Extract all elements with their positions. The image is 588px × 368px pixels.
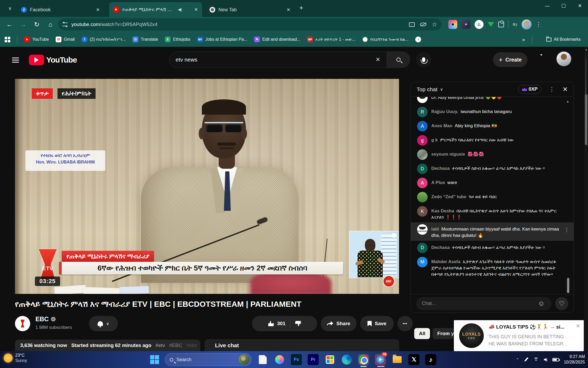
user-avatar[interactable] (556, 52, 571, 66)
reload-button[interactable]: ↻ (31, 19, 43, 30)
pen-disabled-icon[interactable] (524, 357, 529, 362)
emoji-icon[interactable]: ☺ (538, 299, 545, 308)
avatar[interactable]: A (417, 178, 428, 188)
hamburger-menu-icon[interactable] (12, 58, 19, 63)
tab-search-icon[interactable]: ∨ (5, 4, 15, 13)
avatar[interactable] (417, 192, 428, 202)
camera-extension-icon[interactable] (448, 20, 457, 29)
extensions-puzzle-icon[interactable] (498, 22, 504, 27)
tab-new-tab[interactable]: New Tab ✕ (205, 3, 295, 17)
microsoft-store-icon[interactable] (324, 354, 335, 365)
close-window-button[interactable]: ✕ (572, 0, 588, 12)
tab-facebook[interactable]: f Facebook ✕ (17, 3, 104, 17)
voice-search-button[interactable] (416, 52, 431, 67)
avatar[interactable]: g (417, 135, 428, 146)
youtube-logo[interactable]: YouTube (29, 55, 77, 65)
bookmark-facebook-notifications[interactable]: f(2) የቤ/ጉ/ክ/መ/የሥነ... (82, 37, 126, 42)
description-card[interactable]: 3,636 watching now Started streaming 62 … (15, 340, 200, 351)
ad-cta[interactable]: → si... (550, 324, 565, 330)
chat-scroll-down-icon[interactable]: ▼ (566, 289, 569, 293)
chat-scroll-up-icon[interactable]: ▲ (566, 99, 569, 103)
avatar[interactable]: K (417, 206, 428, 217)
back-button[interactable]: ← (4, 19, 15, 30)
avatar[interactable] (417, 97, 428, 103)
avatar[interactable]: SHAGGAR (417, 224, 428, 235)
close-tab-icon[interactable]: ✕ (194, 7, 198, 12)
bookmark-ethiojobs[interactable]: EEthiojobs (165, 37, 190, 42)
maximize-button[interactable] (555, 0, 572, 12)
profile-avatar[interactable] (522, 19, 532, 29)
dislike-icon[interactable] (295, 321, 301, 326)
hashtag[interactable]: #ebc (186, 343, 197, 348)
copilot-icon[interactable] (274, 354, 285, 365)
search-box[interactable]: etv news ✕ (169, 52, 387, 68)
bookmark-benishangul[interactable]: የቤኒሻንጉል ጉሙዝ ክል... (362, 37, 409, 42)
notification-bell-button[interactable]: ∨ (89, 316, 118, 331)
badge-78-app-icon[interactable]: 78 (375, 354, 386, 365)
clock[interactable]: 9:27 AM 10/28/2025 (564, 354, 585, 365)
edge-icon[interactable] (341, 354, 352, 365)
bookmark-star-icon[interactable]: ☆ (432, 21, 437, 28)
photoshop-icon[interactable]: Ps (291, 354, 302, 365)
address-bar[interactable]: youtube.com/watch?v=DR5APqW52x4 ☆ (58, 18, 442, 30)
x-app-icon[interactable]: 𝕏 (408, 354, 419, 365)
search-button[interactable] (387, 52, 410, 68)
bookmark-youtube[interactable]: YouTube (24, 37, 49, 42)
like-icon[interactable] (268, 321, 274, 326)
premiere-icon[interactable]: Pr (308, 354, 319, 365)
chat-close-icon[interactable]: ✕ (563, 86, 568, 93)
channel-avatar[interactable] (15, 316, 30, 331)
weather-widget[interactable]: 23°C Sunny (4, 353, 27, 363)
tune-icon[interactable] (62, 23, 68, 26)
all-bookmarks-button[interactable]: All Bookmarks (546, 37, 581, 42)
more-actions-button[interactable]: ••• (397, 316, 413, 331)
taskbar-search[interactable]: Search (165, 353, 251, 366)
save-button[interactable]: Save (360, 316, 394, 331)
dragonfly-extension-icon[interactable]: ✦ (461, 20, 470, 29)
bookmark-translate[interactable]: GTranslate (133, 37, 158, 42)
chat-input[interactable] (416, 297, 552, 310)
close-tab-icon[interactable]: ✕ (287, 7, 290, 13)
install-icon[interactable] (409, 22, 415, 27)
chat-mode-dropdown[interactable]: Top chat (417, 86, 437, 93)
start-button[interactable] (150, 355, 159, 364)
minimize-button[interactable]: — (539, 0, 555, 12)
hashtag[interactable]: #EBC (169, 343, 182, 348)
forward-button[interactable]: → (17, 19, 29, 30)
bookmarks-overflow-icon[interactable]: » (522, 37, 525, 43)
globe-icon[interactable]: ◔ (415, 37, 421, 42)
avatar[interactable]: D (417, 163, 428, 174)
download-arrow-extension-icon[interactable] (488, 22, 494, 27)
video-player[interactable]: የተከበሩ ወ/ሮ ሉባባ ኢብራሂም Hon. Wiro. LUBABA IB… (15, 79, 399, 294)
avatar[interactable]: M (417, 257, 428, 267)
bookmark-orit-zefetret[interactable]: WPኦሪት ዘፍጥረት 1 - መጽ... (307, 37, 355, 42)
bookmark-gmail[interactable]: MGmail (56, 37, 75, 42)
chrome-icon[interactable] (358, 354, 369, 365)
xp-badge[interactable]: 0XP (518, 85, 542, 94)
tray-expand-icon[interactable]: ⌃ (516, 357, 519, 362)
privacy-eye-icon[interactable] (420, 23, 426, 26)
folder-icon[interactable] (392, 354, 403, 365)
popup-ad[interactable]: LOYALSTIPS 📣 LOYALS TIPS ⚽🤾🏃 → si... THI… (454, 320, 584, 351)
filter-chip-all[interactable]: All (414, 328, 430, 339)
chat-menu-icon[interactable]: ⋮ (549, 86, 555, 93)
volume-icon[interactable]: ) (544, 358, 548, 362)
tab-youtube-active[interactable]: የጠቅላይ ሚኒስትሩ ምላሽ እና ማ ◀) ✕ (109, 2, 202, 17)
page-scrollbar-thumb[interactable] (585, 53, 587, 145)
chat-message-list[interactable]: Dr. Abiy keenya cinaa jirra! 💚💛❤️ RRajju… (411, 97, 574, 295)
scroll-up-arrow[interactable]: ▲ (585, 48, 588, 51)
clear-search-icon[interactable]: ✕ (376, 56, 380, 63)
avatar[interactable] (417, 149, 428, 160)
close-tab-icon[interactable]: ✕ (96, 7, 100, 13)
tab-audio-icon[interactable]: ◀) (178, 7, 182, 12)
home-button[interactable]: ⌂ (45, 19, 56, 30)
browser-menu-icon[interactable]: ⋮ (536, 21, 542, 28)
new-tab-button[interactable]: + (299, 4, 303, 12)
ad-close-icon[interactable]: ✕ (576, 323, 580, 329)
grammarly-icon[interactable]: G (475, 20, 484, 29)
hashtag[interactable]: #etv (156, 343, 165, 348)
media-playlist-icon[interactable]: ≡♪ (513, 22, 517, 27)
wifi-icon[interactable] (533, 357, 539, 362)
bookmark-edit-download[interactable]: ✎Edit and download... (254, 37, 300, 42)
create-button[interactable]: +Create (493, 52, 527, 67)
